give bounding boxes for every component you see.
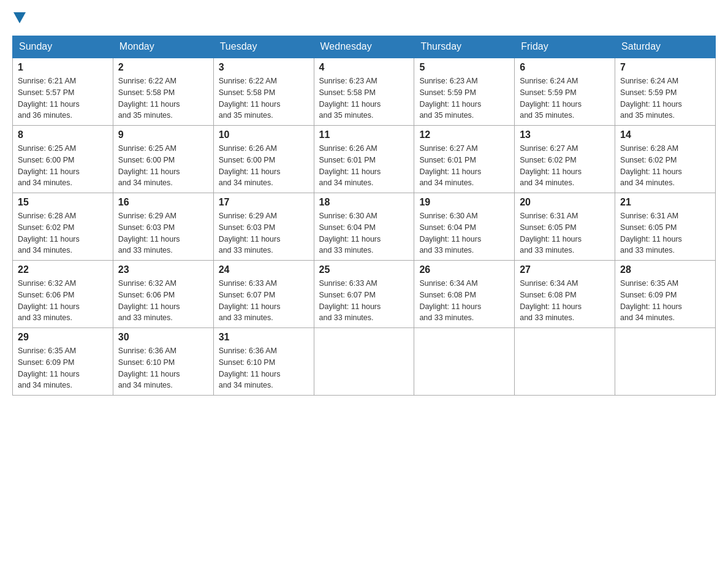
calendar-cell: 12 Sunrise: 6:27 AM Sunset: 6:01 PM Dayl… [414,126,515,193]
calendar-cell: 9 Sunrise: 6:25 AM Sunset: 6:00 PM Dayli… [113,126,213,193]
calendar-cell: 28 Sunrise: 6:35 AM Sunset: 6:09 PM Dayl… [615,261,716,328]
day-info: Sunrise: 6:35 AM Sunset: 6:09 PM Dayligh… [620,278,710,324]
day-info: Sunrise: 6:27 AM Sunset: 6:01 PM Dayligh… [419,143,509,189]
day-number: 8 [18,129,108,140]
day-number: 14 [620,129,710,140]
logo-text [12,12,27,23]
calendar-cell: 30 Sunrise: 6:36 AM Sunset: 6:10 PM Dayl… [113,328,213,396]
day-number: 26 [419,264,509,275]
day-number: 30 [118,332,208,343]
logo-triangle-icon [13,12,26,23]
day-number: 22 [18,264,108,275]
day-info: Sunrise: 6:32 AM Sunset: 6:06 PM Dayligh… [18,278,108,324]
day-info: Sunrise: 6:22 AM Sunset: 5:58 PM Dayligh… [118,75,208,121]
column-header-tuesday: Tuesday [213,36,314,58]
day-number: 27 [520,264,610,275]
calendar-cell [314,328,414,396]
calendar-cell: 24 Sunrise: 6:33 AM Sunset: 6:07 PM Dayl… [213,261,314,328]
day-info: Sunrise: 6:33 AM Sunset: 6:07 PM Dayligh… [219,278,309,324]
day-info: Sunrise: 6:29 AM Sunset: 6:03 PM Dayligh… [219,210,309,256]
day-number: 12 [419,129,509,140]
calendar-cell: 5 Sunrise: 6:23 AM Sunset: 5:59 PM Dayli… [414,58,515,126]
day-number: 4 [319,62,409,73]
day-number: 23 [118,264,208,275]
day-number: 25 [319,264,409,275]
day-number: 13 [520,129,610,140]
column-header-saturday: Saturday [615,36,716,58]
calendar-cell: 31 Sunrise: 6:36 AM Sunset: 6:10 PM Dayl… [213,328,314,396]
column-header-friday: Friday [515,36,615,58]
day-info: Sunrise: 6:32 AM Sunset: 6:06 PM Dayligh… [118,278,208,324]
column-header-wednesday: Wednesday [314,36,414,58]
day-info: Sunrise: 6:26 AM Sunset: 6:01 PM Dayligh… [319,143,409,189]
calendar-cell: 7 Sunrise: 6:24 AM Sunset: 5:59 PM Dayli… [615,58,716,126]
day-info: Sunrise: 6:23 AM Sunset: 5:58 PM Dayligh… [319,75,409,121]
day-number: 18 [319,197,409,208]
day-info: Sunrise: 6:28 AM Sunset: 6:02 PM Dayligh… [18,210,108,256]
day-info: Sunrise: 6:23 AM Sunset: 5:59 PM Dayligh… [419,75,509,121]
week-row: 15 Sunrise: 6:28 AM Sunset: 6:02 PM Dayl… [13,193,716,261]
day-number: 31 [219,332,309,343]
column-header-monday: Monday [113,36,213,58]
calendar-cell: 6 Sunrise: 6:24 AM Sunset: 5:59 PM Dayli… [515,58,615,126]
day-number: 1 [18,62,108,73]
calendar-cell: 4 Sunrise: 6:23 AM Sunset: 5:58 PM Dayli… [314,58,414,126]
calendar-cell: 21 Sunrise: 6:31 AM Sunset: 6:05 PM Dayl… [615,193,716,261]
day-info: Sunrise: 6:36 AM Sunset: 6:10 PM Dayligh… [219,345,309,391]
calendar-cell: 19 Sunrise: 6:30 AM Sunset: 6:04 PM Dayl… [414,193,515,261]
calendar-cell: 1 Sunrise: 6:21 AM Sunset: 5:57 PM Dayli… [13,58,113,126]
day-info: Sunrise: 6:25 AM Sunset: 6:00 PM Dayligh… [118,143,208,189]
day-number: 3 [219,62,309,73]
day-info: Sunrise: 6:31 AM Sunset: 6:05 PM Dayligh… [620,210,710,256]
day-number: 21 [620,197,710,208]
day-number: 2 [118,62,208,73]
day-number: 5 [419,62,509,73]
calendar-cell: 3 Sunrise: 6:22 AM Sunset: 5:58 PM Dayli… [213,58,314,126]
day-number: 10 [219,129,309,140]
day-info: Sunrise: 6:30 AM Sunset: 6:04 PM Dayligh… [319,210,409,256]
day-info: Sunrise: 6:34 AM Sunset: 6:08 PM Dayligh… [520,278,610,324]
day-number: 11 [319,129,409,140]
day-info: Sunrise: 6:29 AM Sunset: 6:03 PM Dayligh… [118,210,208,256]
week-row: 29 Sunrise: 6:35 AM Sunset: 6:09 PM Dayl… [13,328,716,396]
calendar-cell: 18 Sunrise: 6:30 AM Sunset: 6:04 PM Dayl… [314,193,414,261]
calendar-cell: 8 Sunrise: 6:25 AM Sunset: 6:00 PM Dayli… [13,126,113,193]
day-number: 15 [18,197,108,208]
day-info: Sunrise: 6:27 AM Sunset: 6:02 PM Dayligh… [520,143,610,189]
day-number: 29 [18,332,108,343]
day-info: Sunrise: 6:28 AM Sunset: 6:02 PM Dayligh… [620,143,710,189]
calendar-cell: 22 Sunrise: 6:32 AM Sunset: 6:06 PM Dayl… [13,261,113,328]
calendar-cell: 20 Sunrise: 6:31 AM Sunset: 6:05 PM Dayl… [515,193,615,261]
day-number: 7 [620,62,710,73]
day-info: Sunrise: 6:30 AM Sunset: 6:04 PM Dayligh… [419,210,509,256]
day-info: Sunrise: 6:36 AM Sunset: 6:10 PM Dayligh… [118,345,208,391]
day-info: Sunrise: 6:24 AM Sunset: 5:59 PM Dayligh… [520,75,610,121]
day-info: Sunrise: 6:26 AM Sunset: 6:00 PM Dayligh… [219,143,309,189]
day-number: 24 [219,264,309,275]
column-header-sunday: Sunday [13,36,113,58]
calendar-cell: 2 Sunrise: 6:22 AM Sunset: 5:58 PM Dayli… [113,58,213,126]
week-row: 1 Sunrise: 6:21 AM Sunset: 5:57 PM Dayli… [13,58,716,126]
calendar-cell: 29 Sunrise: 6:35 AM Sunset: 6:09 PM Dayl… [13,328,113,396]
day-number: 19 [419,197,509,208]
day-info: Sunrise: 6:35 AM Sunset: 6:09 PM Dayligh… [18,345,108,391]
page-header [12,12,716,23]
day-info: Sunrise: 6:25 AM Sunset: 6:00 PM Dayligh… [18,143,108,189]
calendar-cell: 13 Sunrise: 6:27 AM Sunset: 6:02 PM Dayl… [515,126,615,193]
calendar-cell: 10 Sunrise: 6:26 AM Sunset: 6:00 PM Dayl… [213,126,314,193]
day-info: Sunrise: 6:21 AM Sunset: 5:57 PM Dayligh… [18,75,108,121]
day-number: 28 [620,264,710,275]
calendar-cell: 16 Sunrise: 6:29 AM Sunset: 6:03 PM Dayl… [113,193,213,261]
logo [12,12,27,23]
calendar-cell: 27 Sunrise: 6:34 AM Sunset: 6:08 PM Dayl… [515,261,615,328]
calendar-table: SundayMondayTuesdayWednesdayThursdayFrid… [12,36,716,396]
day-info: Sunrise: 6:34 AM Sunset: 6:08 PM Dayligh… [419,278,509,324]
day-info: Sunrise: 6:24 AM Sunset: 5:59 PM Dayligh… [620,75,710,121]
week-row: 8 Sunrise: 6:25 AM Sunset: 6:00 PM Dayli… [13,126,716,193]
calendar-cell: 25 Sunrise: 6:33 AM Sunset: 6:07 PM Dayl… [314,261,414,328]
calendar-cell [615,328,716,396]
day-number: 9 [118,129,208,140]
calendar-cell: 14 Sunrise: 6:28 AM Sunset: 6:02 PM Dayl… [615,126,716,193]
calendar-cell: 17 Sunrise: 6:29 AM Sunset: 6:03 PM Dayl… [213,193,314,261]
calendar-cell: 23 Sunrise: 6:32 AM Sunset: 6:06 PM Dayl… [113,261,213,328]
